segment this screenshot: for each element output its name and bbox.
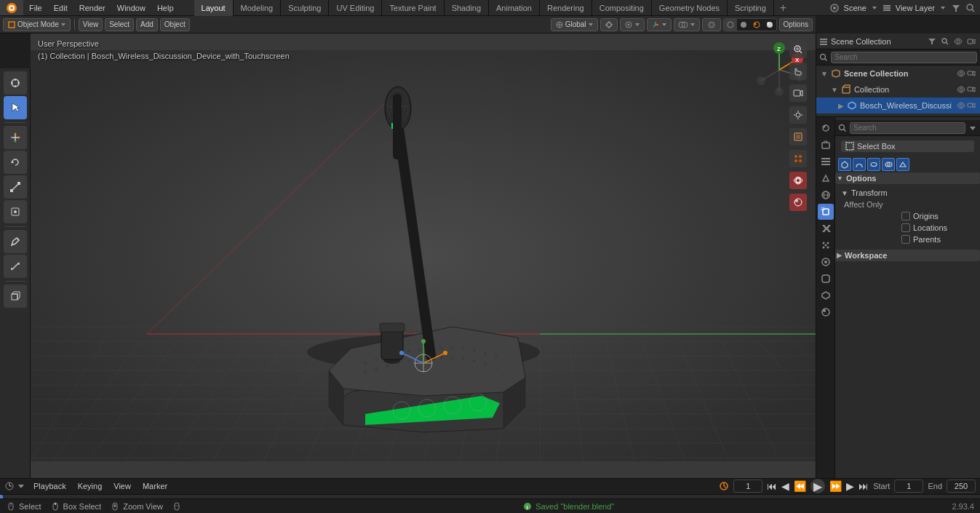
modifier-props-icon[interactable] <box>818 220 834 236</box>
rendered-shading-btn[interactable] <box>763 18 776 31</box>
object-item[interactable]: ▶ Bosch_Wireless_Discussi <box>816 98 980 114</box>
tab-compositing[interactable]: Compositing <box>592 0 652 16</box>
go-prev-frame-btn[interactable]: ◀ <box>781 480 789 492</box>
col-cam-icon[interactable] <box>967 85 976 94</box>
transform-header[interactable]: ▼ Transform <box>841 187 977 199</box>
cursor-tool[interactable] <box>4 71 27 95</box>
select-tool[interactable] <box>4 96 27 119</box>
tab-geometry-nodes[interactable]: Geometry Nodes <box>652 0 728 16</box>
tab-scripting[interactable]: Scripting <box>728 0 774 16</box>
start-frame-input[interactable] <box>894 480 923 493</box>
go-last-frame-btn[interactable]: ⏭ <box>859 480 869 492</box>
view-menu-tl[interactable]: View <box>111 482 134 490</box>
tab-uv-editing[interactable]: UV Editing <box>329 0 382 16</box>
particles-props-icon[interactable] <box>818 237 834 253</box>
tab-modeling[interactable]: Modeling <box>234 0 282 16</box>
add-menu-btn[interactable]: Add <box>136 18 158 31</box>
proportional-edit-btn[interactable] <box>620 18 645 31</box>
options-section-header[interactable]: ▼ Options <box>835 172 980 184</box>
blender-logo[interactable] <box>0 0 23 15</box>
go-first-frame-btn[interactable]: ⏮ <box>767 480 777 492</box>
view-menu-btn[interactable]: View <box>79 18 103 31</box>
world-props-icon[interactable] <box>818 187 834 203</box>
marker-menu[interactable]: Marker <box>140 482 170 490</box>
tab-sculpting[interactable]: Sculpting <box>281 0 329 16</box>
xray-btn[interactable] <box>702 18 721 31</box>
material-props-icon[interactable] <box>818 304 834 320</box>
menu-window[interactable]: Window <box>111 0 151 15</box>
curve-filter-btn[interactable] <box>853 158 866 171</box>
tab-animation[interactable]: Animation <box>489 0 540 16</box>
menu-help[interactable]: Help <box>151 0 180 15</box>
view-layer-dropdown-icon[interactable] <box>939 4 947 12</box>
object-mode-dropdown[interactable]: Object Mode <box>3 18 71 31</box>
origins-checkbox[interactable] <box>901 212 910 220</box>
menu-render[interactable]: Render <box>73 0 111 15</box>
search-top-icon[interactable] <box>965 3 976 13</box>
transform-tool[interactable] <box>4 200 27 223</box>
move-tool[interactable] <box>4 126 27 149</box>
meta-filter-btn[interactable] <box>882 158 895 171</box>
current-frame-input[interactable] <box>733 480 762 493</box>
object-data-props-icon[interactable] <box>818 287 834 303</box>
scene-props-icon[interactable] <box>818 170 834 186</box>
col-vis-icon[interactable] <box>957 85 965 94</box>
outliner-search-input[interactable] <box>831 52 977 63</box>
zoom-to-fit-btn[interactable] <box>789 41 807 58</box>
show-gizmo-btn[interactable] <box>647 18 672 31</box>
play-btn[interactable]: ▶ <box>810 479 825 493</box>
keying-menu[interactable]: Keying <box>75 482 105 490</box>
menu-edit[interactable]: Edit <box>48 0 73 15</box>
workspace-section-header[interactable]: ▶ Workspace <box>835 250 980 261</box>
end-frame-input[interactable] <box>947 480 976 493</box>
physics-props-icon[interactable] <box>818 254 834 270</box>
go-next-keyframe-btn[interactable]: ⏩ <box>829 480 842 492</box>
options-btn[interactable]: Options <box>779 18 813 31</box>
render-preview-btn[interactable] <box>789 106 807 124</box>
3d-viewport[interactable]: User Perspective (1) Collection | Bosch_… <box>31 33 816 478</box>
add-tab-button[interactable]: + <box>774 0 792 16</box>
3d-scene-canvas[interactable]: ©BOSCH <box>31 33 816 478</box>
outliner-eye-btn[interactable] <box>952 36 964 47</box>
obj-vis-icon[interactable] <box>957 101 965 110</box>
col-visibility-icon[interactable] <box>957 69 965 78</box>
solid-shading-btn[interactable] <box>737 18 750 31</box>
mesh-filter-btn[interactable] <box>838 158 851 171</box>
outliner-cam-btn[interactable] <box>965 36 977 47</box>
measure-tool[interactable] <box>4 255 27 278</box>
tab-texture-paint[interactable]: Texture Paint <box>382 0 444 16</box>
tab-layout[interactable]: Layout <box>194 0 234 16</box>
camera-btn[interactable] <box>789 84 807 102</box>
modifier-vis-btn[interactable] <box>789 172 807 189</box>
parents-checkbox[interactable] <box>901 235 910 244</box>
overlay-btn[interactable] <box>674 18 700 31</box>
object-props-icon[interactable] <box>818 204 834 220</box>
obj-cam-icon[interactable] <box>967 101 976 110</box>
prop-search-input[interactable] <box>850 122 965 134</box>
transform-orientation-btn[interactable]: Global <box>551 18 598 31</box>
scale-tool[interactable] <box>4 175 27 199</box>
add-cube-tool[interactable] <box>4 285 27 308</box>
menu-file[interactable]: File <box>23 0 48 15</box>
prop-dropdown-icon[interactable] <box>968 124 977 132</box>
collection-btn[interactable] <box>789 128 807 146</box>
playback-menu[interactable]: Playback <box>31 482 69 490</box>
object-menu-btn[interactable]: Object <box>160 18 190 31</box>
collection-item[interactable]: ▼ Collection <box>816 81 980 98</box>
outliner-filter-btn[interactable] <box>926 36 938 47</box>
wireframe-shading-btn[interactable] <box>724 18 737 31</box>
outliner-search-btn[interactable] <box>939 36 951 47</box>
output-props-icon[interactable] <box>818 137 834 153</box>
render-props-icon[interactable] <box>818 120 834 136</box>
col-camera-icon[interactable] <box>967 69 976 78</box>
scene-collection-item[interactable]: ▼ Scene Collection <box>816 65 980 81</box>
rotate-tool[interactable] <box>4 151 27 174</box>
surface-filter-btn[interactable] <box>867 158 880 171</box>
annotate-tool[interactable] <box>4 230 27 253</box>
tab-rendering[interactable]: Rendering <box>540 0 592 16</box>
render-vis-btn[interactable] <box>789 194 807 211</box>
view-layer-props-icon[interactable] <box>818 154 834 170</box>
particles-btn[interactable] <box>789 150 807 167</box>
locations-checkbox[interactable] <box>901 223 910 232</box>
select-box-btn[interactable]: Select Box <box>841 140 974 152</box>
